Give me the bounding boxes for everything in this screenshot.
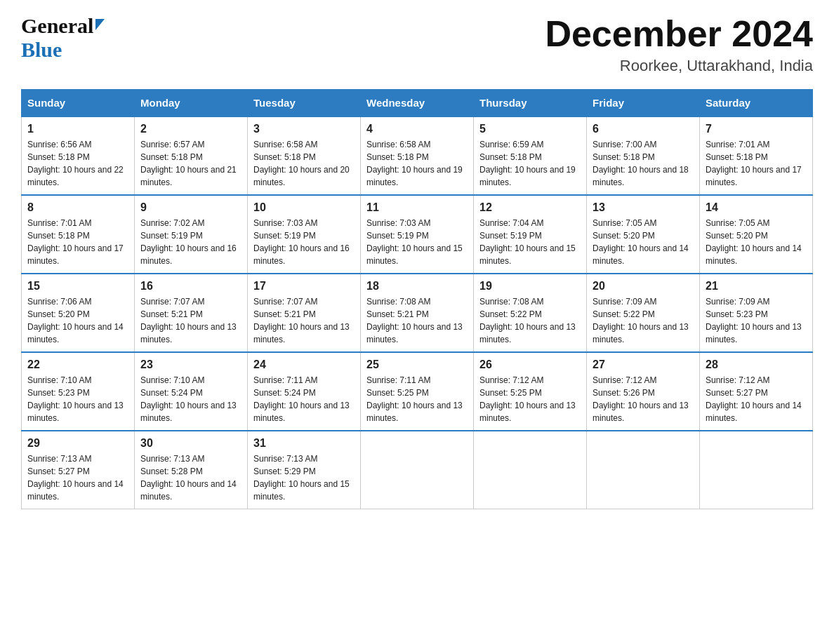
calendar-cell: 8Sunrise: 7:01 AMSunset: 5:18 PMDaylight… — [22, 195, 135, 274]
calendar-cell: 20Sunrise: 7:09 AMSunset: 5:22 PMDayligh… — [587, 274, 700, 352]
calendar-header-saturday: Saturday — [700, 90, 813, 117]
calendar-cell: 16Sunrise: 7:07 AMSunset: 5:21 PMDayligh… — [135, 274, 248, 352]
day-number: 31 — [253, 437, 355, 450]
logo: General Blue — [21, 14, 105, 62]
day-info: Sunrise: 7:08 AMSunset: 5:22 PMDaylight:… — [479, 297, 576, 344]
day-info: Sunrise: 7:10 AMSunset: 5:24 PMDaylight:… — [140, 375, 237, 423]
calendar-cell: 15Sunrise: 7:06 AMSunset: 5:20 PMDayligh… — [22, 274, 135, 352]
day-number: 14 — [706, 201, 807, 214]
day-number: 1 — [27, 123, 128, 135]
calendar-header-wednesday: Wednesday — [361, 90, 474, 117]
calendar-week-row: 1Sunrise: 6:56 AMSunset: 5:18 PMDaylight… — [22, 116, 813, 195]
day-number: 9 — [140, 201, 241, 214]
day-info: Sunrise: 7:11 AMSunset: 5:25 PMDaylight:… — [366, 375, 463, 423]
calendar-cell: 5Sunrise: 6:59 AMSunset: 5:18 PMDaylight… — [474, 116, 587, 195]
calendar-cell: 21Sunrise: 7:09 AMSunset: 5:23 PMDayligh… — [700, 274, 813, 352]
page-header: General Blue December 2024 Roorkee, Utta… — [21, 14, 813, 75]
calendar-cell: 26Sunrise: 7:12 AMSunset: 5:25 PMDayligh… — [474, 352, 587, 431]
calendar-week-row: 22Sunrise: 7:10 AMSunset: 5:23 PMDayligh… — [22, 352, 813, 431]
calendar-cell: 4Sunrise: 6:58 AMSunset: 5:18 PMDaylight… — [361, 116, 474, 195]
calendar-cell: 31Sunrise: 7:13 AMSunset: 5:29 PMDayligh… — [248, 431, 361, 509]
calendar-header-row: SundayMondayTuesdayWednesdayThursdayFrid… — [22, 90, 813, 117]
title-area: December 2024 Roorkee, Uttarakhand, Indi… — [545, 14, 813, 75]
calendar-cell: 11Sunrise: 7:03 AMSunset: 5:19 PMDayligh… — [361, 195, 474, 274]
day-info: Sunrise: 7:12 AMSunset: 5:25 PMDaylight:… — [479, 375, 576, 423]
calendar-week-row: 15Sunrise: 7:06 AMSunset: 5:20 PMDayligh… — [22, 274, 813, 352]
day-info: Sunrise: 6:58 AMSunset: 5:18 PMDaylight:… — [366, 140, 463, 187]
day-info: Sunrise: 7:01 AMSunset: 5:18 PMDaylight:… — [27, 218, 124, 266]
day-number: 21 — [706, 280, 807, 293]
day-info: Sunrise: 7:07 AMSunset: 5:21 PMDaylight:… — [253, 297, 350, 344]
calendar-cell: 24Sunrise: 7:11 AMSunset: 5:24 PMDayligh… — [248, 352, 361, 431]
calendar-cell: 1Sunrise: 6:56 AMSunset: 5:18 PMDaylight… — [22, 116, 135, 195]
day-info: Sunrise: 7:00 AMSunset: 5:18 PMDaylight:… — [593, 140, 689, 187]
calendar-cell: 27Sunrise: 7:12 AMSunset: 5:26 PMDayligh… — [587, 352, 700, 431]
day-number: 27 — [593, 358, 694, 371]
location-title: Roorkee, Uttarakhand, India — [545, 57, 813, 75]
calendar-header-thursday: Thursday — [474, 90, 587, 117]
calendar-week-row: 8Sunrise: 7:01 AMSunset: 5:18 PMDaylight… — [22, 195, 813, 274]
day-info: Sunrise: 7:11 AMSunset: 5:24 PMDaylight:… — [253, 375, 350, 423]
day-number: 22 — [27, 358, 128, 371]
day-number: 13 — [593, 201, 694, 214]
day-info: Sunrise: 6:58 AMSunset: 5:18 PMDaylight:… — [253, 140, 350, 187]
calendar-cell: 13Sunrise: 7:05 AMSunset: 5:20 PMDayligh… — [587, 195, 700, 274]
day-info: Sunrise: 6:56 AMSunset: 5:18 PMDaylight:… — [27, 140, 124, 187]
day-number: 24 — [253, 358, 355, 371]
calendar-cell — [361, 431, 474, 509]
day-number: 7 — [706, 123, 807, 135]
day-info: Sunrise: 7:05 AMSunset: 5:20 PMDaylight:… — [593, 218, 689, 266]
day-number: 11 — [366, 201, 468, 214]
calendar-cell — [700, 431, 813, 509]
day-number: 5 — [479, 123, 581, 135]
calendar-header-monday: Monday — [135, 90, 248, 117]
calendar-header-sunday: Sunday — [22, 90, 135, 117]
day-info: Sunrise: 7:09 AMSunset: 5:23 PMDaylight:… — [706, 297, 802, 344]
day-info: Sunrise: 7:03 AMSunset: 5:19 PMDaylight:… — [366, 218, 463, 266]
calendar-cell: 14Sunrise: 7:05 AMSunset: 5:20 PMDayligh… — [700, 195, 813, 274]
day-number: 3 — [253, 123, 355, 135]
calendar-cell: 30Sunrise: 7:13 AMSunset: 5:28 PMDayligh… — [135, 431, 248, 509]
day-number: 28 — [706, 358, 807, 371]
calendar-cell: 25Sunrise: 7:11 AMSunset: 5:25 PMDayligh… — [361, 352, 474, 431]
day-info: Sunrise: 7:13 AMSunset: 5:29 PMDaylight:… — [253, 454, 350, 502]
calendar-cell: 18Sunrise: 7:08 AMSunset: 5:21 PMDayligh… — [361, 274, 474, 352]
day-number: 16 — [140, 280, 241, 293]
day-info: Sunrise: 7:13 AMSunset: 5:27 PMDaylight:… — [27, 454, 124, 502]
calendar-cell: 29Sunrise: 7:13 AMSunset: 5:27 PMDayligh… — [22, 431, 135, 509]
day-info: Sunrise: 7:06 AMSunset: 5:20 PMDaylight:… — [27, 297, 124, 344]
logo-triangle-icon — [95, 19, 105, 30]
calendar-week-row: 29Sunrise: 7:13 AMSunset: 5:27 PMDayligh… — [22, 431, 813, 509]
calendar-cell: 7Sunrise: 7:01 AMSunset: 5:18 PMDaylight… — [700, 116, 813, 195]
day-number: 6 — [593, 123, 694, 135]
calendar-cell — [587, 431, 700, 509]
day-number: 26 — [479, 358, 581, 371]
day-info: Sunrise: 7:02 AMSunset: 5:19 PMDaylight:… — [140, 218, 237, 266]
day-number: 12 — [479, 201, 581, 214]
day-info: Sunrise: 7:04 AMSunset: 5:19 PMDaylight:… — [479, 218, 576, 266]
calendar-cell: 6Sunrise: 7:00 AMSunset: 5:18 PMDaylight… — [587, 116, 700, 195]
calendar-cell: 2Sunrise: 6:57 AMSunset: 5:18 PMDaylight… — [135, 116, 248, 195]
calendar-table: SundayMondayTuesdayWednesdayThursdayFrid… — [21, 89, 813, 509]
calendar-cell: 19Sunrise: 7:08 AMSunset: 5:22 PMDayligh… — [474, 274, 587, 352]
day-info: Sunrise: 7:07 AMSunset: 5:21 PMDaylight:… — [140, 297, 237, 344]
calendar-cell: 17Sunrise: 7:07 AMSunset: 5:21 PMDayligh… — [248, 274, 361, 352]
day-number: 18 — [366, 280, 468, 293]
day-number: 2 — [140, 123, 241, 135]
calendar-cell: 22Sunrise: 7:10 AMSunset: 5:23 PMDayligh… — [22, 352, 135, 431]
calendar-cell: 23Sunrise: 7:10 AMSunset: 5:24 PMDayligh… — [135, 352, 248, 431]
day-number: 30 — [140, 437, 241, 450]
day-info: Sunrise: 7:13 AMSunset: 5:28 PMDaylight:… — [140, 454, 237, 502]
calendar-header-friday: Friday — [587, 90, 700, 117]
day-info: Sunrise: 6:59 AMSunset: 5:18 PMDaylight:… — [479, 140, 576, 187]
day-number: 17 — [253, 280, 355, 293]
calendar-cell: 12Sunrise: 7:04 AMSunset: 5:19 PMDayligh… — [474, 195, 587, 274]
day-number: 19 — [479, 280, 581, 293]
calendar-cell: 28Sunrise: 7:12 AMSunset: 5:27 PMDayligh… — [700, 352, 813, 431]
day-info: Sunrise: 7:09 AMSunset: 5:22 PMDaylight:… — [593, 297, 689, 344]
calendar-cell: 9Sunrise: 7:02 AMSunset: 5:19 PMDaylight… — [135, 195, 248, 274]
day-info: Sunrise: 7:10 AMSunset: 5:23 PMDaylight:… — [27, 375, 124, 423]
logo-blue-text: Blue — [21, 38, 62, 61]
calendar-header-tuesday: Tuesday — [248, 90, 361, 117]
day-number: 10 — [253, 201, 355, 214]
